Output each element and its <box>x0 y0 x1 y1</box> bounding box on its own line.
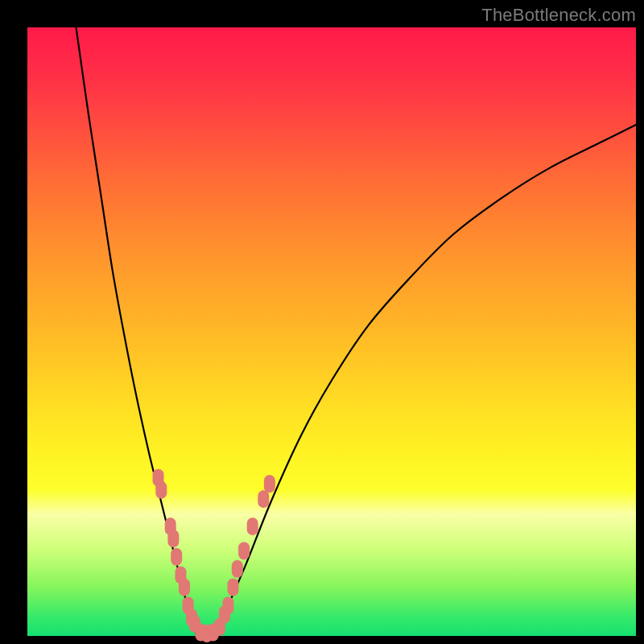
data-marker <box>179 579 190 597</box>
data-marker <box>247 518 258 535</box>
left-curve-path <box>76 27 198 636</box>
data-marker <box>258 490 269 508</box>
data-marker <box>264 475 275 493</box>
curve-layer <box>27 27 636 636</box>
data-marker <box>228 579 239 597</box>
right-curve-path <box>216 125 636 636</box>
marker-group <box>153 469 275 642</box>
stage: TheBottleneck.com <box>0 0 644 644</box>
plot-area <box>27 27 636 636</box>
data-marker <box>171 548 182 566</box>
watermark-text: TheBottleneck.com <box>481 5 636 26</box>
data-marker <box>155 481 167 499</box>
data-marker <box>238 542 250 559</box>
data-marker <box>232 560 243 578</box>
data-marker <box>167 530 179 547</box>
data-marker <box>223 597 234 614</box>
